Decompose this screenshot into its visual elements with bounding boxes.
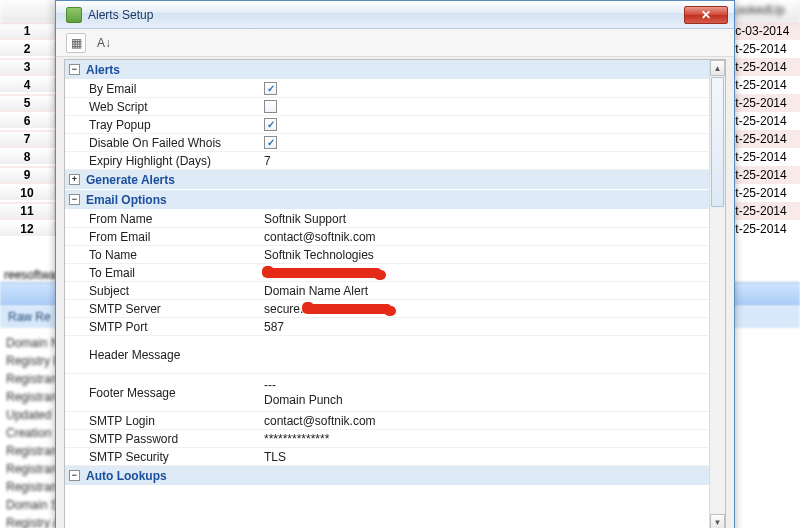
- close-icon: ✕: [701, 8, 711, 22]
- value-expiry[interactable]: 7: [260, 152, 709, 169]
- category-email-options[interactable]: −Email Options: [65, 190, 709, 210]
- value-smtp-password[interactable]: **************: [260, 430, 709, 447]
- property-grid: −Alerts By Email✓ Web Script Tray Popup✓…: [64, 59, 726, 528]
- scroll-up-button[interactable]: ▲: [710, 60, 725, 76]
- prop-expiry-highlight: Expiry Highlight (Days)7: [65, 152, 709, 170]
- close-button[interactable]: ✕: [684, 6, 728, 24]
- prop-smtp-server: SMTP Serversecure.: [65, 300, 709, 318]
- prop-by-email: By Email✓: [65, 80, 709, 98]
- app-icon: [66, 7, 82, 23]
- redaction-mark: [262, 268, 382, 278]
- value-from-email[interactable]: contact@softnik.com: [260, 228, 709, 245]
- prop-smtp-port: SMTP Port587: [65, 318, 709, 336]
- prop-disable-failed: Disable On Failed Whois✓: [65, 134, 709, 152]
- sort-button[interactable]: A↓: [94, 33, 114, 53]
- value-smtp-port[interactable]: 587: [260, 318, 709, 335]
- prop-subject: SubjectDomain Name Alert: [65, 282, 709, 300]
- prop-smtp-login: SMTP Logincontact@softnik.com: [65, 412, 709, 430]
- value-subject[interactable]: Domain Name Alert: [260, 282, 709, 299]
- value-to-name[interactable]: Softnik Technologies: [260, 246, 709, 263]
- collapse-icon[interactable]: −: [69, 470, 80, 481]
- prop-tray-popup: Tray Popup✓: [65, 116, 709, 134]
- prop-footer-message: Footer Message---Domain Punch: [65, 374, 709, 412]
- category-alerts[interactable]: −Alerts: [65, 60, 709, 80]
- value-from-name[interactable]: Softnik Support: [260, 210, 709, 227]
- prop-to-name: To NameSoftnik Technologies: [65, 246, 709, 264]
- value-smtp-server[interactable]: secure.: [260, 300, 709, 317]
- checkbox-web-script[interactable]: [264, 100, 277, 113]
- prop-smtp-password: SMTP Password**************: [65, 430, 709, 448]
- value-smtp-login[interactable]: contact@softnik.com: [260, 412, 709, 429]
- redaction-mark: [302, 304, 392, 314]
- prop-from-name: From NameSoftnik Support: [65, 210, 709, 228]
- collapse-icon[interactable]: −: [69, 64, 80, 75]
- checkbox-disable-failed[interactable]: ✓: [264, 136, 277, 149]
- categorized-button[interactable]: ▦: [66, 33, 86, 53]
- grid-icon: ▦: [71, 36, 82, 50]
- prop-from-email: From Emailcontact@softnik.com: [65, 228, 709, 246]
- prop-to-email: To Email: [65, 264, 709, 282]
- vertical-scrollbar[interactable]: ▲ ▼: [709, 60, 725, 528]
- value-smtp-security[interactable]: TLS: [260, 448, 709, 465]
- checkbox-tray-popup[interactable]: ✓: [264, 118, 277, 131]
- titlebar[interactable]: Alerts Setup ✕: [56, 1, 734, 29]
- expand-icon[interactable]: +: [69, 174, 80, 185]
- scroll-thumb[interactable]: [711, 77, 724, 207]
- checkbox-by-email[interactable]: ✓: [264, 82, 277, 95]
- sort-icon: A↓: [97, 36, 111, 50]
- collapse-icon[interactable]: −: [69, 194, 80, 205]
- value-to-email[interactable]: [260, 264, 709, 281]
- alerts-setup-dialog: Alerts Setup ✕ ▦ A↓ −Alerts By Email✓ We…: [55, 0, 735, 528]
- prop-smtp-security: SMTP SecurityTLS: [65, 448, 709, 466]
- category-auto-lookups[interactable]: −Auto Lookups: [65, 466, 709, 486]
- prop-web-script: Web Script: [65, 98, 709, 116]
- scroll-down-button[interactable]: ▼: [710, 514, 725, 528]
- toolbar: ▦ A↓: [56, 29, 734, 57]
- dialog-title: Alerts Setup: [88, 8, 153, 22]
- category-generate-alerts[interactable]: +Generate Alerts: [65, 170, 709, 190]
- value-header-message[interactable]: [260, 336, 709, 373]
- value-footer-message[interactable]: ---Domain Punch: [260, 374, 709, 411]
- prop-header-message: Header Message: [65, 336, 709, 374]
